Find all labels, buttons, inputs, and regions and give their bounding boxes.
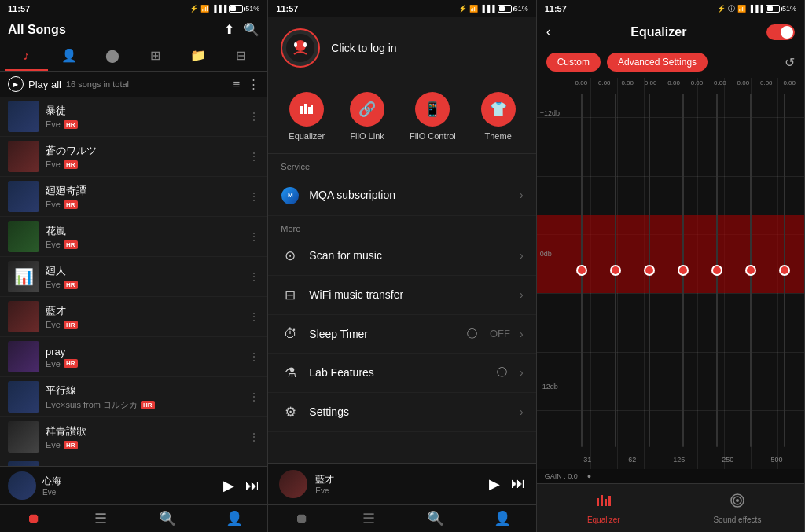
tab-tiles[interactable]: ⊟ (220, 42, 263, 71)
user-section[interactable]: Click to log in (268, 17, 535, 79)
now-playing-bar[interactable]: 心海 Eve ▶ ⏭ (0, 466, 267, 504)
eq-header: ‹ Equalizer (537, 17, 804, 46)
upload-icon[interactable]: ⬆ (224, 22, 234, 37)
signal-icon: ▐▐▐ (211, 5, 226, 13)
play-all-button[interactable]: ▶ (8, 76, 24, 92)
fiio-link-quick-button[interactable]: 🔗 FiiO Link (350, 92, 384, 141)
login-button[interactable]: Click to log in (331, 42, 396, 54)
eq-slider-4[interactable] (666, 90, 700, 450)
song-more-button[interactable]: ⋮ (248, 110, 259, 123)
eq-knob-5[interactable] (711, 265, 722, 276)
fiio-control-quick-button[interactable]: 📱 FiiO Control (410, 92, 456, 141)
status-time-2: 11:57 (276, 4, 298, 13)
sleep-timer-info-icon: ⓘ (467, 327, 477, 341)
wifi-icon: 📶 (737, 5, 746, 13)
song-more-button[interactable]: ⋮ (248, 230, 259, 243)
eq-knob-3[interactable] (644, 265, 655, 276)
song-info: 蒼のワルツ Eve HR (46, 144, 242, 169)
song-thumbnail (8, 221, 39, 252)
song-more-button[interactable]: ⋮ (248, 190, 259, 203)
status-bar-1: 11:57 ⚡ 📶 ▐▐▐ 51% (0, 0, 267, 17)
song-item[interactable]: 平行線 Eve×suis from ヨルシカ HR ⋮ (0, 377, 267, 417)
song-thumbnail (8, 421, 39, 453)
battery-percent: 51% (245, 5, 259, 13)
lab-features-item[interactable]: ⚗ Lab Features ⓘ › (268, 354, 535, 393)
sleep-timer-item[interactable]: ⏱ Sleep Timer ⓘ OFF › (268, 315, 535, 354)
menu-play-pause-button[interactable]: ▶ (489, 475, 500, 493)
song-item[interactable]: 廻廻奇譚 Eve HR ⋮ (0, 177, 267, 217)
song-more-button[interactable]: ⋮ (248, 391, 259, 403)
song-title: 廻廻奇譚 (46, 184, 242, 198)
eq-nav-equalizer[interactable]: Equalizer (537, 489, 671, 527)
song-more-button[interactable]: ⋮ (248, 431, 259, 443)
tab-person[interactable]: 👤 (48, 42, 91, 71)
song-item[interactable]: 群青讃歌 Eve HR ⋮ (0, 417, 267, 457)
eq-slider-5[interactable] (700, 90, 733, 450)
song-item[interactable]: 暴徒 Eve HR ⋮ (0, 97, 267, 137)
eq-slider-6[interactable] (733, 90, 767, 450)
custom-preset-button[interactable]: Custom (546, 53, 601, 72)
song-item[interactable]: 退屈を再演しないで Eve HR ⋮ (0, 457, 267, 466)
song-artist: Eve (46, 320, 61, 329)
scan-for-music-item[interactable]: ⊙ Scan for music › (268, 237, 535, 276)
hr-badge: HR (64, 321, 78, 329)
eq-nav-sound-effects[interactable]: Sound effects (671, 489, 804, 527)
nav-list[interactable]: ☰ (67, 510, 134, 527)
play-all-section[interactable]: ▶ Play all 16 songs in total (8, 76, 129, 92)
song-more-button[interactable]: ⋮ (248, 350, 259, 363)
eq-knob-2[interactable] (610, 265, 621, 276)
song-more-button[interactable]: ⋮ (248, 310, 259, 323)
bluetooth-icon: ⚡ (458, 5, 467, 13)
theme-icon: 👕 (481, 92, 516, 127)
song-item[interactable]: pray Eve HR ⋮ (0, 337, 267, 377)
eq-knob-6[interactable] (745, 265, 756, 276)
menu-nav-home[interactable]: ⏺ (268, 510, 335, 527)
menu-nav-profile[interactable]: 👤 (469, 510, 536, 527)
sort-icon[interactable]: ≡ (233, 77, 241, 91)
sleep-timer-label: Sleep Timer (309, 328, 458, 340)
eq-slider-1[interactable] (565, 90, 599, 450)
refresh-icon[interactable]: ↺ (785, 55, 795, 70)
eq-slider-7[interactable] (767, 90, 801, 450)
play-pause-button[interactable]: ▶ (223, 477, 234, 494)
eq-slider-3[interactable] (632, 90, 666, 450)
equalizer-quick-button[interactable]: Equalizer (289, 92, 325, 141)
wifi-transfer-item[interactable]: ⊟ WiFi music transfer › (268, 276, 535, 315)
nav-search[interactable]: 🔍 (134, 510, 200, 527)
tab-music[interactable]: ♪ (5, 42, 48, 71)
song-item[interactable]: 蒼のワルツ Eve HR ⋮ (0, 137, 267, 177)
more-icon[interactable]: ⋮ (248, 77, 259, 91)
mqa-subscription-item[interactable]: M MQA subscription › (268, 174, 535, 216)
fiio-control-label: FiiO Control (410, 131, 456, 141)
nav-home[interactable]: ⏺ (0, 510, 67, 527)
eq-knob-1[interactable] (576, 265, 587, 276)
eq-slider-2[interactable] (599, 90, 633, 450)
nav-profile[interactable]: 👤 (200, 510, 267, 527)
advanced-settings-button[interactable]: Advanced Settings (607, 53, 708, 72)
song-more-button[interactable]: ⋮ (248, 270, 259, 283)
next-button[interactable]: ⏭ (245, 478, 259, 494)
search-icon[interactable]: 🔍 (244, 22, 259, 37)
eq-toggle-switch[interactable] (766, 24, 795, 40)
song-item[interactable]: 藍才 Eve HR ⋮ (0, 297, 267, 337)
tab-folder[interactable]: 📁 (177, 42, 220, 71)
eq-knob-4[interactable] (678, 265, 689, 276)
theme-quick-button[interactable]: 👕 Theme (481, 92, 516, 141)
eq-knob-7[interactable] (779, 265, 790, 276)
menu-next-button[interactable]: ⏭ (511, 475, 525, 493)
song-item[interactable]: 花嵐 Eve HR ⋮ (0, 217, 267, 257)
lab-info-icon: ⓘ (497, 365, 507, 380)
tab-circle[interactable]: ⬤ (90, 42, 134, 71)
song-more-button[interactable]: ⋮ (248, 150, 259, 163)
settings-item[interactable]: ⚙ Settings › (268, 393, 535, 432)
gain-values-row: 0.00 0.00 0.00 0.00 0.00 0.00 0.00 0.00 … (567, 78, 804, 88)
menu-nav-search[interactable]: 🔍 (402, 510, 469, 527)
freq-31: 31 (583, 456, 591, 464)
back-button[interactable]: ‹ (546, 24, 551, 40)
menu-nav-list[interactable]: ☰ (335, 510, 402, 527)
tab-grid4[interactable]: ⊞ (134, 42, 177, 71)
bluetooth-icon: ⚡ (717, 5, 726, 13)
status-icons-3: ⚡ ⓘ 📶 ▐▐▐ 51% (717, 4, 796, 14)
song-item[interactable]: 📊 廻人 Eve HR ⋮ (0, 257, 267, 297)
menu-now-playing-bar[interactable]: 藍才 Eve ▶ ⏭ (268, 463, 535, 504)
